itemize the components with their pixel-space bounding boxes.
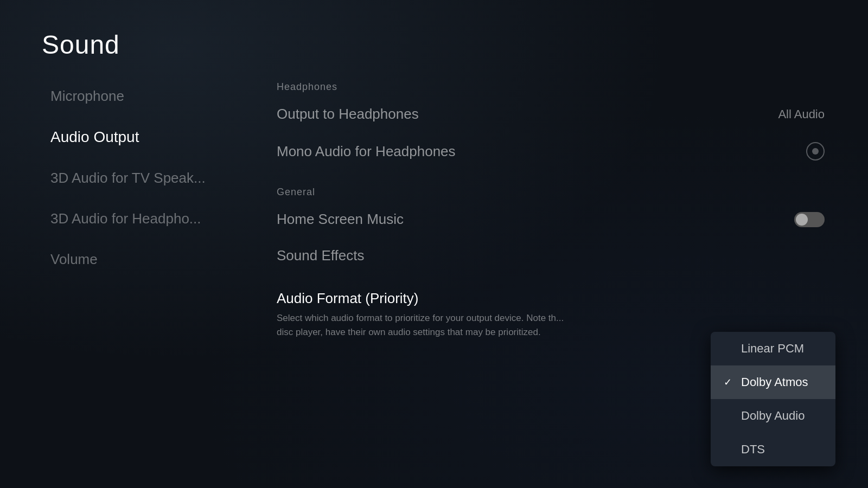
output-headphones-value: All Audio — [778, 107, 825, 121]
mono-audio-toggle-icon[interactable] — [806, 142, 825, 160]
audio-format-title: Audio Format (Priority) — [277, 290, 825, 307]
home-screen-music-row[interactable]: Home Screen Music — [266, 201, 835, 237]
output-headphones-row[interactable]: Output to Headphones All Audio — [266, 96, 835, 132]
dropdown-item-dts[interactable]: DTS — [711, 433, 835, 466]
sound-effects-row[interactable]: Sound Effects — [266, 237, 835, 274]
sidebar-item-3d-tv[interactable]: 3D Audio for TV Speak... — [42, 158, 248, 198]
sidebar-item-3d-headphones[interactable]: 3D Audio for Headpho... — [42, 198, 248, 239]
page-title: Sound — [42, 30, 120, 60]
audio-format-dropdown: Linear PCM ✓ Dolby Atmos Dolby Audio DTS — [711, 332, 835, 466]
mono-audio-label: Mono Audio for Headphones — [277, 143, 456, 160]
dropdown-item-linear-pcm[interactable]: Linear PCM — [711, 332, 835, 365]
check-icon-dolby-atmos: ✓ — [724, 376, 735, 388]
sidebar-item-audio-output[interactable]: Audio Output — [42, 117, 248, 158]
home-screen-music-toggle[interactable] — [794, 212, 825, 227]
dropdown-item-dolby-atmos[interactable]: ✓ Dolby Atmos — [711, 365, 835, 399]
headphones-section-label: Headphones — [266, 76, 835, 96]
home-screen-music-label: Home Screen Music — [277, 211, 404, 228]
output-headphones-label: Output to Headphones — [277, 106, 419, 123]
sidebar-item-volume[interactable]: Volume — [42, 239, 248, 280]
dropdown-item-dolby-audio[interactable]: Dolby Audio — [711, 399, 835, 433]
general-section-label: General — [266, 181, 835, 201]
spacer-1 — [266, 170, 835, 181]
sidebar: Microphone Audio Output 3D Audio for TV … — [42, 76, 248, 280]
mono-audio-row[interactable]: Mono Audio for Headphones — [266, 132, 835, 170]
audio-format-desc: Select which audio format to prioritize … — [277, 311, 586, 339]
spacer-2 — [266, 274, 835, 285]
sound-effects-label: Sound Effects — [277, 247, 364, 264]
sidebar-item-microphone[interactable]: Microphone — [42, 76, 248, 117]
